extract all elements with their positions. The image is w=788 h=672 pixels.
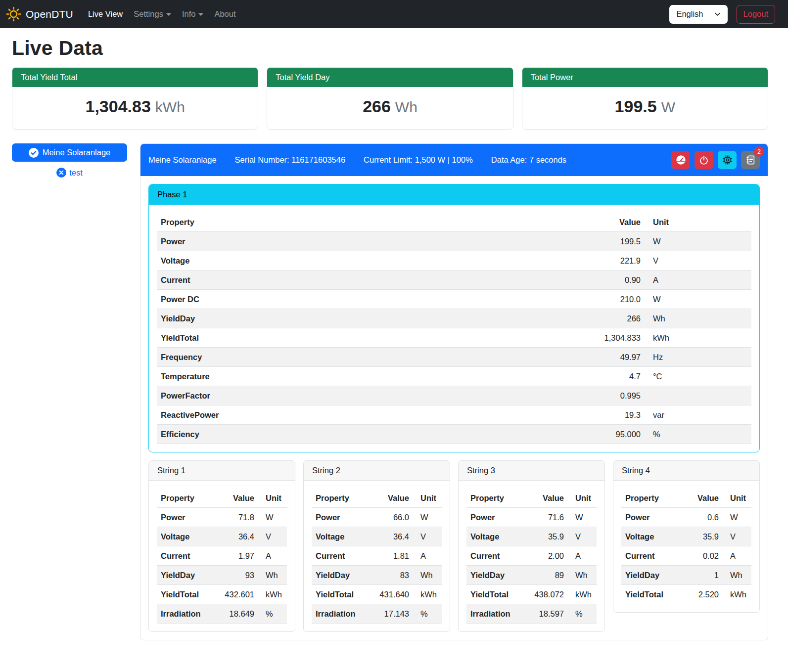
table-row: YieldTotal438.072kWh xyxy=(466,585,597,604)
summary-card-body: 1,304.83kWh xyxy=(12,87,258,129)
value-cell: 0.02 xyxy=(683,546,723,566)
table-row: Voltage36.4V xyxy=(312,527,442,546)
table-row: Irradiation18.649% xyxy=(157,604,287,624)
table-row: Power71.6W xyxy=(466,508,597,527)
summary-card-total-power: Total Power 199.5W xyxy=(522,67,768,130)
property-cell: Voltage xyxy=(312,527,369,546)
column-header-property: Property xyxy=(466,489,523,508)
unit-cell: Wh xyxy=(568,566,597,585)
inverter-alt-item[interactable]: test xyxy=(12,168,127,178)
unit-cell: °C xyxy=(645,367,751,386)
nav-item-about[interactable]: About xyxy=(210,5,239,23)
chevron-down-icon xyxy=(166,13,171,16)
string-card: String 2 Property Value Unit Power66.0WV… xyxy=(303,460,450,632)
value-cell: 0.6 xyxy=(683,508,723,527)
nav-item-settings[interactable]: Settings xyxy=(130,5,175,23)
property-cell: Temperature xyxy=(157,367,449,386)
language-select[interactable]: English xyxy=(669,5,727,24)
string-card-title: String 3 xyxy=(459,461,604,481)
table-row: YieldDay266Wh xyxy=(157,309,751,328)
logout-button[interactable]: Logout xyxy=(737,5,775,24)
table-row: YieldDay89Wh xyxy=(466,566,597,585)
table-row: Frequency49.97Hz xyxy=(157,348,751,367)
power-icon xyxy=(699,155,709,165)
summary-value: 266 xyxy=(363,97,391,116)
table-row: Power66.0W xyxy=(312,508,442,527)
device-info-button[interactable] xyxy=(718,151,737,169)
table-row: YieldDay83Wh xyxy=(312,566,442,585)
property-cell: YieldTotal xyxy=(312,585,369,604)
property-cell: Frequency xyxy=(157,348,449,367)
property-cell: Power xyxy=(157,232,449,251)
table-row: Current1.81A xyxy=(312,546,442,566)
value-cell: 19.3 xyxy=(449,405,645,425)
value-cell: 1.81 xyxy=(369,546,413,566)
table-row: Current2.00A xyxy=(466,546,597,566)
property-cell: Current xyxy=(157,546,214,566)
phase-table-body: Power199.5WVoltage221.9VCurrent0.90APowe… xyxy=(157,232,751,444)
table-row: Power71.8W xyxy=(157,508,287,527)
inverter-alt-link[interactable]: test xyxy=(69,168,83,178)
unit-cell: kWh xyxy=(413,585,442,604)
summary-card-title: Total Yield Total xyxy=(12,68,258,87)
value-cell: 0.995 xyxy=(449,386,645,405)
string-card: String 4 Property Value Unit Power0.6WVo… xyxy=(613,460,760,613)
string-table-body: Power0.6WVoltage35.9VCurrent0.02AYieldDa… xyxy=(621,508,751,604)
nav-item-live-view[interactable]: Live View xyxy=(84,5,127,23)
string-table: Property Value Unit Power71.8WVoltage36.… xyxy=(157,489,287,624)
string-table: Property Value Unit Power71.6WVoltage35.… xyxy=(466,489,597,624)
string-table: Property Value Unit Power66.0WVoltage36.… xyxy=(312,489,442,624)
property-cell: YieldDay xyxy=(157,566,214,585)
property-cell: YieldTotal xyxy=(621,585,683,604)
journal-icon xyxy=(745,155,756,165)
value-cell: 210.0 xyxy=(449,290,645,309)
unit-cell: Hz xyxy=(645,348,751,367)
value-cell: 17.143 xyxy=(369,604,413,624)
property-cell: YieldDay xyxy=(312,566,369,585)
summary-card-title: Total Yield Day xyxy=(267,68,512,87)
sun-logo-icon xyxy=(6,6,21,22)
brand-name: OpenDTU xyxy=(26,8,73,20)
nav-item-info[interactable]: Info xyxy=(178,5,208,23)
table-header-row: Property Value Unit xyxy=(157,489,287,508)
inverter-select-button[interactable]: Meine Solaranlage xyxy=(12,143,127,162)
string-table-body: Power71.6WVoltage35.9VCurrent2.00AYieldD… xyxy=(466,508,597,624)
x-circle-icon xyxy=(56,168,66,178)
table-row: ReactivePower19.3var xyxy=(157,405,751,425)
string-card-title: String 1 xyxy=(149,461,295,481)
unit-cell: % xyxy=(413,604,442,624)
property-cell: YieldTotal xyxy=(157,585,214,604)
unit-cell: W xyxy=(568,508,597,527)
table-row: Current0.90A xyxy=(157,270,751,290)
column-header-property: Property xyxy=(157,213,449,232)
limit-settings-button[interactable] xyxy=(671,151,690,169)
brand[interactable]: OpenDTU xyxy=(6,6,73,22)
inverter-actions: 2 xyxy=(671,151,760,169)
value-cell: 4.7 xyxy=(449,367,645,386)
column-header-unit: Unit xyxy=(258,489,287,508)
property-cell: Current xyxy=(621,546,683,566)
summary-card-total-yield-total: Total Yield Total 1,304.83kWh xyxy=(12,67,258,130)
unit-cell: kWh xyxy=(723,585,751,604)
nav-item-label: About xyxy=(214,9,235,19)
top-navbar: OpenDTU Live View Settings Info About En… xyxy=(0,0,788,28)
summary-unit: W xyxy=(661,99,675,115)
value-cell: 83 xyxy=(369,566,413,585)
unit-cell: A xyxy=(645,270,751,290)
unit-cell: Wh xyxy=(413,566,442,585)
property-cell: Power xyxy=(621,508,683,527)
string-table-head: Property Value Unit xyxy=(466,489,597,508)
value-cell: 95.000 xyxy=(449,425,645,444)
unit-cell: V xyxy=(413,527,442,546)
property-cell: Power xyxy=(312,508,369,527)
value-cell: 0.90 xyxy=(449,270,645,290)
column-header-value: Value xyxy=(523,489,568,508)
power-button[interactable] xyxy=(695,151,713,169)
column-header-value: Value xyxy=(449,213,645,232)
inverter-limit: Current Limit: 1,500 W | 100% xyxy=(364,155,473,165)
table-row: PowerFactor0.995 xyxy=(157,386,751,405)
event-log-button[interactable]: 2 xyxy=(741,151,760,169)
property-cell: YieldTotal xyxy=(466,585,523,604)
column-header-property: Property xyxy=(621,489,683,508)
property-cell: Irradiation xyxy=(312,604,369,624)
